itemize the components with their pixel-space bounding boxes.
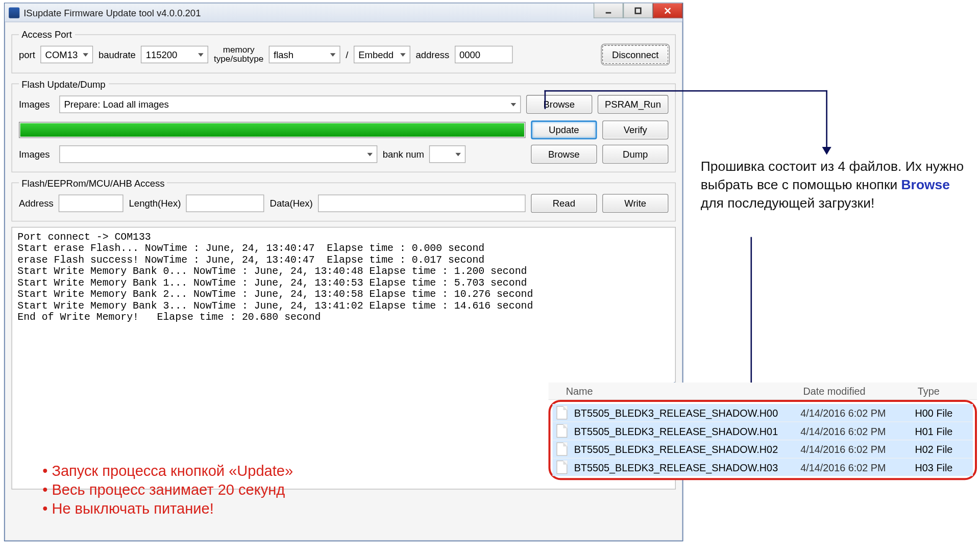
memory-access-legend: Flash/EEPRom/MCU/AHB Access (19, 177, 167, 188)
file-name: BT5505_BLEDK3_RELEASE_SHADOW.H03 (574, 462, 801, 473)
slash-separator: / (346, 49, 348, 60)
memory-access-group: Flash/EEPRom/MCU/AHB Access Address Leng… (11, 177, 676, 221)
mem-len-input[interactable] (186, 194, 264, 212)
memory-type-label: memory type/subtype (214, 45, 263, 64)
baudrate-label: baudrate (99, 49, 136, 60)
svg-rect-1 (635, 8, 641, 13)
col-type[interactable]: Type (918, 385, 972, 396)
file-icon (556, 461, 567, 474)
minimize-icon (604, 7, 612, 15)
mem-len-label: Length(Hex) (129, 198, 181, 209)
file-date: 4/14/2016 6:02 PM (800, 407, 915, 418)
arrow1-head-icon (822, 147, 831, 155)
write-button[interactable]: Write (602, 194, 668, 213)
maximize-icon (634, 7, 642, 15)
file-type: H03 File (915, 462, 969, 473)
maximize-button[interactable] (623, 4, 653, 18)
file-date: 4/14/2016 6:02 PM (800, 462, 915, 473)
col-name[interactable]: Name (554, 385, 803, 396)
file-row[interactable]: BT5505_BLEDK3_RELEASE_SHADOW.H024/14/201… (552, 440, 973, 459)
browse2-button[interactable]: Browse (531, 144, 597, 163)
arrow1-vert-right (826, 90, 827, 148)
app-icon (9, 7, 19, 18)
close-icon (664, 7, 672, 15)
firmware-file-list: Name Date modified Type BT5505_BLEDK3_RE… (548, 383, 977, 480)
file-date: 4/14/2016 6:02 PM (800, 425, 915, 437)
file-type: H01 File (915, 425, 969, 437)
address-input[interactable]: 0000 (455, 46, 513, 63)
file-type: H00 File (915, 407, 969, 418)
verify-button[interactable]: Verify (602, 120, 668, 139)
browse-keyword: Browse (901, 177, 950, 192)
annotation-notes: Запуск процесса кнопкой «Update» Весь пр… (42, 463, 293, 519)
mem-addr-input[interactable] (59, 194, 124, 212)
progress-bar (19, 121, 526, 138)
memory-type-combo[interactable]: flash (269, 46, 340, 63)
file-icon (556, 406, 567, 419)
access-port-legend: Access Port (19, 29, 75, 40)
memory-subtype-combo[interactable]: Embedd (354, 46, 410, 63)
access-port-group: Access Port port COM13 baudrate 115200 m… (11, 29, 676, 73)
side-annotation: Прошивка состоит из 4 файлов. Их нужно в… (701, 158, 970, 212)
close-button[interactable] (653, 4, 682, 18)
note-line-2: Весь процесс занимает 20 секунд (42, 481, 293, 499)
baudrate-combo[interactable]: 115200 (141, 46, 208, 63)
window-title: ISupdate Firmware Update tool v4.0.0.201 (23, 7, 201, 18)
flash-update-legend: Flash Update/Dump (19, 79, 108, 89)
mem-addr-label: Address (19, 198, 54, 209)
mem-data-label: Data(Hex) (270, 198, 313, 209)
file-icon (556, 424, 567, 438)
port-label: port (19, 49, 35, 60)
file-row[interactable]: BT5505_BLEDK3_RELEASE_SHADOW.H034/14/201… (552, 459, 973, 476)
browse-button[interactable]: Browse (526, 95, 592, 114)
file-name: BT5505_BLEDK3_RELEASE_SHADOW.H00 (574, 407, 801, 418)
images-label: Images (19, 99, 54, 110)
col-date[interactable]: Date modified (803, 385, 917, 396)
minimize-button[interactable] (594, 4, 623, 18)
note-line-1: Запуск процесса кнопкой «Update» (42, 463, 293, 480)
note-line-3: Не выключать питание! (42, 500, 293, 518)
file-type: H02 File (915, 443, 969, 454)
mem-data-input[interactable] (318, 194, 525, 212)
banknum-combo[interactable] (429, 145, 465, 163)
read-button[interactable]: Read (531, 194, 597, 213)
arrow2-vert (750, 237, 752, 392)
arrow1-vert-left (545, 90, 546, 109)
file-icon (556, 442, 567, 455)
file-date: 4/14/2016 6:02 PM (800, 443, 915, 454)
file-name: BT5505_BLEDK3_RELEASE_SHADOW.H01 (574, 425, 801, 437)
file-row[interactable]: BT5505_BLEDK3_RELEASE_SHADOW.H004/14/201… (552, 404, 973, 422)
file-name: BT5505_BLEDK3_RELEASE_SHADOW.H02 (574, 443, 801, 454)
port-combo[interactable]: COM13 (40, 46, 93, 63)
arrow1-horiz (545, 90, 827, 92)
file-row[interactable]: BT5505_BLEDK3_RELEASE_SHADOW.H014/14/201… (552, 422, 973, 441)
psram-run-button[interactable]: PSRAM_Run (597, 95, 668, 114)
file-list-header[interactable]: Name Date modified Type (548, 383, 977, 400)
images2-label: Images (19, 148, 54, 159)
disconnect-button[interactable]: Disconnect (602, 45, 668, 64)
images-combo[interactable]: Prepare: Load all images (59, 95, 521, 113)
flash-update-group: Flash Update/Dump Images Prepare: Load a… (11, 79, 676, 172)
images2-combo[interactable] (59, 145, 377, 163)
banknum-label: bank num (383, 148, 424, 159)
dump-button[interactable]: Dump (602, 144, 668, 163)
titlebar[interactable]: ISupdate Firmware Update tool v4.0.0.201 (5, 4, 682, 22)
address-label: address (415, 49, 449, 60)
update-button[interactable]: Update (531, 120, 597, 139)
